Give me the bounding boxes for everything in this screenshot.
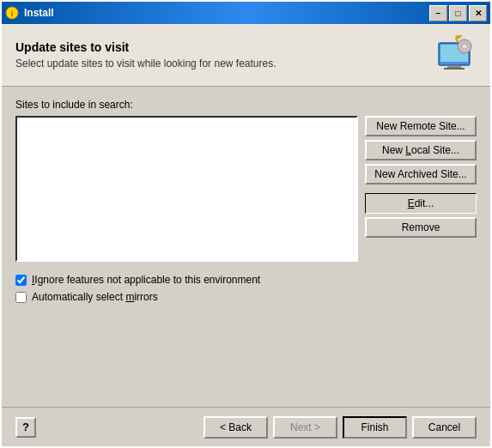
- auto-mirrors-label: Automatically select mirrors: [32, 291, 158, 303]
- close-button[interactable]: ✕: [469, 5, 487, 21]
- new-remote-site-button[interactable]: New Remote Site...: [365, 116, 477, 136]
- checkbox-group: IIgnore features not applicable to this …: [15, 274, 477, 303]
- cancel-button[interactable]: Cancel: [412, 416, 477, 439]
- auto-mirrors-checkbox-row[interactable]: Automatically select mirrors: [15, 291, 477, 303]
- new-local-site-button[interactable]: New Local Site...: [365, 140, 477, 160]
- navigation-buttons: < Back Next > Finish Cancel: [203, 416, 477, 439]
- next-button[interactable]: Next >: [273, 416, 337, 439]
- sites-area: New Remote Site... New Local Site... New…: [15, 116, 477, 262]
- back-button[interactable]: < Back: [203, 416, 268, 439]
- page-title: Update sites to visit: [15, 40, 432, 54]
- window-controls: − □ ✕: [429, 5, 487, 21]
- svg-rect-4: [447, 65, 461, 68]
- ignore-features-label: IIgnore features not applicable to this …: [32, 274, 260, 286]
- sites-listbox[interactable]: [15, 116, 358, 262]
- svg-text:i: i: [11, 9, 14, 18]
- maximize-button[interactable]: □: [449, 5, 467, 21]
- auto-mirrors-checkbox[interactable]: [15, 292, 27, 303]
- remove-button[interactable]: Remove: [365, 217, 477, 238]
- page-subtitle: Select update sites to visit while looki…: [15, 58, 432, 70]
- install-window: i Install − □ ✕ Update sites to visit Se…: [0, 0, 492, 448]
- new-archived-site-button[interactable]: New Archived Site...: [365, 164, 477, 185]
- window-title: Install: [24, 7, 429, 19]
- edit-button[interactable]: Edit...: [365, 193, 477, 214]
- section-label: Sites to include in search:: [15, 99, 477, 111]
- main-content: Sites to include in search: New Remote S…: [2, 87, 490, 407]
- footer-panel: ? < Back Next > Finish Cancel: [2, 407, 490, 446]
- ignore-features-checkbox[interactable]: [15, 275, 27, 286]
- ignore-features-checkbox-row[interactable]: IIgnore features not applicable to this …: [15, 274, 477, 286]
- svg-point-7: [462, 44, 467, 49]
- finish-button[interactable]: Finish: [343, 416, 407, 439]
- header-icon: [432, 34, 477, 76]
- help-button[interactable]: ?: [15, 417, 36, 438]
- svg-rect-5: [444, 68, 465, 70]
- minimize-button[interactable]: −: [429, 5, 447, 21]
- titlebar: i Install − □ ✕: [2, 2, 490, 24]
- window-icon: i: [5, 6, 19, 20]
- action-buttons: New Remote Site... New Local Site... New…: [365, 116, 477, 262]
- header-panel: Update sites to visit Select update site…: [2, 24, 490, 87]
